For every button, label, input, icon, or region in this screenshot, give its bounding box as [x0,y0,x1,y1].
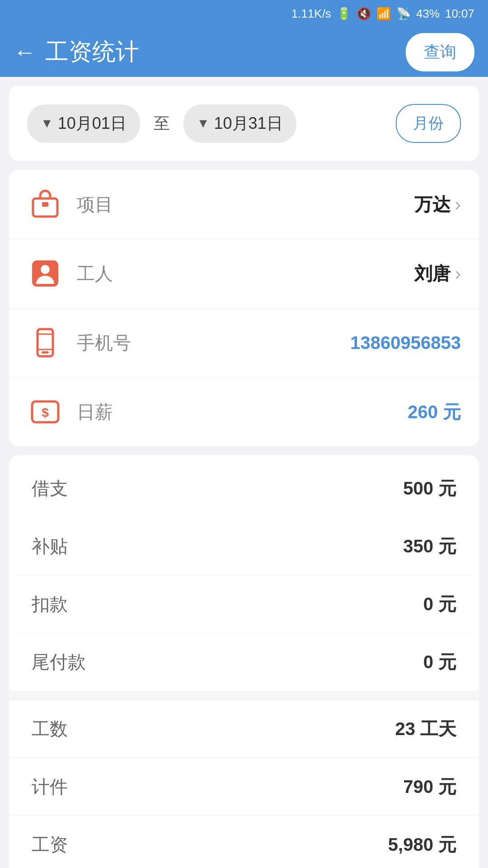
advance-label: 借支 [32,476,68,501]
svg-rect-5 [42,351,49,354]
start-date-label: 10月01日 [58,113,127,135]
salary-row: 工资 5,980 元 [9,816,479,868]
svg-point-3 [41,265,50,274]
daily-salary-value: 260 元 [408,400,461,425]
project-chevron-icon: › [455,194,461,215]
svg-rect-1 [42,202,48,207]
phone-icon [27,325,63,361]
worker-label: 工人 [77,261,414,286]
page-title: 工资统计 [45,36,406,68]
end-date-label: 10月31日 [214,113,283,135]
work-days-row: 工数 23 工天 [9,700,479,758]
daily-salary-row: $ 日薪 260 元 [9,377,479,446]
header: ← 工资统计 查询 [0,27,488,77]
deduction-value: 0 元 [423,592,456,617]
battery-percent: 43% [416,7,440,21]
subsidy-value: 350 元 [403,534,456,559]
salary-icon: $ [27,394,63,430]
advance-value: 500 元 [403,476,456,501]
phone-label: 手机号 [77,330,350,355]
work-days-value: 23 工天 [395,717,456,741]
end-date-picker[interactable]: ▼ 10月31日 [183,104,296,143]
piecework-row: 计件 790 元 [9,758,479,816]
status-bar-info: 1.11K/s 🔋 🔇 📶 📡 43% 10:07 [291,7,474,21]
svg-rect-0 [33,198,57,217]
final-payment-label: 尾付款 [32,650,86,675]
wifi-icon: 📶 [376,7,391,21]
start-date-picker[interactable]: ▼ 10月01日 [27,104,140,143]
worker-icon [27,255,63,292]
final-payment-row: 尾付款 0 元 [9,633,479,691]
final-payment-value: 0 元 [423,650,456,675]
date-separator: 至 [149,113,174,135]
project-value: 万达 [414,192,450,217]
worker-chevron-icon: › [455,264,461,284]
mute-icon: 🔇 [357,7,371,21]
status-bar: 1.11K/s 🔋 🔇 📶 📡 43% 10:07 [0,0,488,27]
phone-row: 手机号 13860956853 [9,308,479,377]
info-card: 项目 万达 › 工人 刘唐 › 手机号 13860956853 [9,170,479,446]
end-date-arrow-icon: ▼ [197,116,210,131]
phone-value: 13860956853 [350,333,461,353]
project-row[interactable]: 项目 万达 › [9,170,479,239]
stats-card-1: 借支 500 元 补贴 350 元 扣款 0 元 尾付款 0 元 工数 23 工… [9,455,479,868]
project-label: 项目 [77,192,414,217]
month-button[interactable]: 月份 [396,104,461,143]
subsidy-row: 补贴 350 元 [9,518,479,576]
piecework-label: 计件 [32,774,68,799]
deduction-label: 扣款 [32,592,68,617]
deduction-row: 扣款 0 元 [9,576,479,633]
salary-value: 5,980 元 [388,832,456,857]
piecework-value: 790 元 [403,774,456,799]
time: 10:07 [445,7,474,21]
signal-icon: 📡 [396,7,411,21]
subsidy-label: 补贴 [32,534,68,559]
svg-text:$: $ [42,406,49,420]
query-button[interactable]: 查询 [406,33,474,71]
advance-row: 借支 500 元 [9,460,479,518]
work-days-label: 工数 [32,717,68,741]
stat-divider [9,691,479,700]
worker-row[interactable]: 工人 刘唐 › [9,239,479,308]
battery-icon: 🔋 [337,7,351,21]
salary-label: 工资 [32,832,68,857]
project-icon [27,186,63,222]
daily-salary-label: 日薪 [77,400,408,425]
back-button[interactable]: ← [14,41,36,63]
worker-value: 刘唐 [414,261,450,286]
network-speed: 1.11K/s [291,7,331,21]
start-date-arrow-icon: ▼ [41,116,53,131]
filter-section: ▼ 10月01日 至 ▼ 10月31日 月份 [9,86,479,161]
